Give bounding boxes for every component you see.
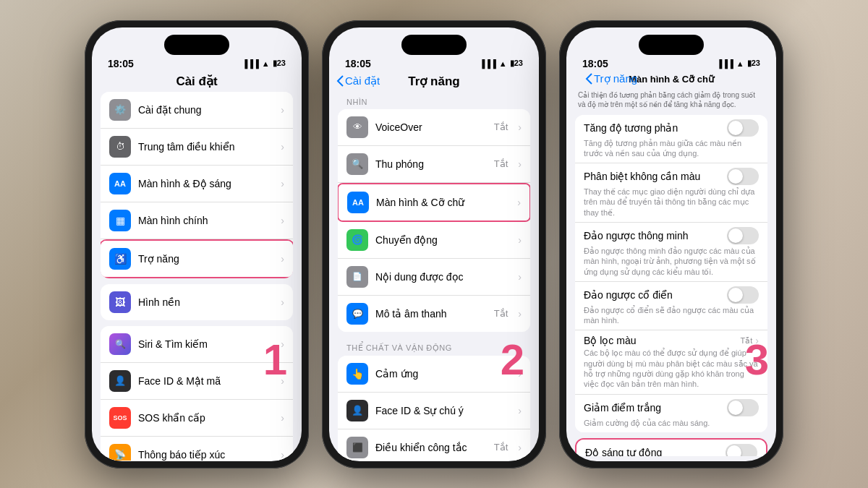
dynamic-island-3 (639, 35, 704, 55)
settings-item-display[interactable]: AA Màn hình & Độ sáng › (101, 166, 293, 202)
settings-item-motion[interactable]: 🌀 Chuyển động › (338, 222, 530, 259)
item-reduce-white[interactable]: Giảm điểm trắng Giảm cường độ của các mà… (575, 395, 767, 432)
status-bar-1: 18:05 ▐▐▐ ▲ ▮23 (92, 55, 302, 69)
wifi-icon-3: ▲ (736, 59, 744, 68)
toggle-smart-invert[interactable] (727, 227, 759, 244)
faceid-icon: 👤 (109, 370, 131, 392)
nav-title-1: Cài đặt (176, 74, 217, 89)
wallpaper-label: Hình nền (138, 296, 273, 308)
touch-icon: 👆 (346, 363, 368, 385)
back-button-2[interactable]: Cài đặt (336, 74, 380, 87)
smart-invert-title: Đảo ngược thông minh (584, 230, 689, 241)
status-icons-2: ▐▐▐ ▲ ▮23 (479, 59, 523, 68)
item-auto-brightness[interactable]: Độ sáng tự động Tắt độ sáng tự động có t… (576, 440, 766, 456)
dynamic-island-2 (401, 35, 467, 55)
item-differentiate-color[interactable]: Phân biệt không cần màu Thay thế các mục… (575, 163, 767, 223)
classic-invert-title: Đảo ngược cổ điển (584, 289, 673, 301)
settings-item-faceid-attention[interactable]: 👤 Face ID & Sự chú ý › (338, 393, 530, 429)
sos-icon: SOS (109, 407, 131, 429)
chevron-spoken: › (518, 271, 522, 283)
home-icon: ▦ (109, 210, 131, 231)
settings-list-1[interactable]: ⚙️ Cài đặt chung › ⏱ Trung tâm điều khiể… (92, 92, 302, 461)
toggle-classic-invert[interactable] (727, 286, 759, 304)
step-number-3: 3 (745, 338, 769, 382)
settings-item-audio-desc[interactable]: 💬 Mô tả âm thanh Tắt › (338, 296, 530, 332)
settings-item-sos[interactable]: SOS SOS khẩn cấp › (101, 400, 293, 437)
toggle-diff-color[interactable] (727, 168, 759, 185)
chevron-audio-desc: › (518, 308, 522, 320)
settings-content-3[interactable]: Cải thiện đồ tương phản bằng cách giảm đ… (566, 87, 776, 456)
toggle-reduce-white[interactable] (727, 399, 759, 416)
toggle-increase-contrast[interactable] (727, 119, 759, 137)
settings-item-voiceover[interactable]: 👁 VoiceOver Tắt › (338, 109, 530, 146)
reduce-white-title: Giảm điểm trắng (584, 402, 661, 414)
faceid-att-icon: 👤 (346, 400, 368, 421)
phone-1-screen: 18:05 ▐▐▐ ▲ ▮23 Cài đặt ⚙️ Cài đặt chung… (92, 27, 302, 461)
settings-item-zoom[interactable]: 🔍 Thu phóng Tắt › (338, 146, 530, 183)
contact-label: Thông báo tiếp xúc (138, 449, 273, 461)
settings-item-home[interactable]: ▦ Màn hình chính › (101, 202, 293, 239)
switch-control-icon: ⬛ (346, 437, 368, 458)
time-2: 18:05 (345, 58, 371, 69)
switch-control-value: Tắt (494, 442, 509, 453)
item-smart-invert[interactable]: Đảo ngược thông minh Đảo ngược thông min… (575, 223, 767, 282)
item-increase-contrast[interactable]: Tăng độ tương phản Tăng độ tương phản mà… (575, 115, 767, 164)
diff-color-title: Phân biệt không cần màu (584, 171, 700, 182)
nav-bar-1: Cài đặt (92, 69, 302, 92)
section-label-nhin: NHÌN (329, 92, 539, 109)
settings-item-accessibility[interactable]: ♿ Trợ năng › (101, 241, 293, 277)
settings-group-2: 🖼 Hình nền › (101, 284, 293, 320)
nav-title-2: Trợ năng (408, 74, 459, 89)
battery-icon-1: ▮23 (273, 59, 286, 68)
item-classic-invert[interactable]: Đảo ngược cổ điển Đảo ngược cổ điển sẽ đ… (575, 282, 767, 331)
audio-desc-label: Mô tả âm thanh (375, 308, 487, 320)
back-button-3[interactable]: Trợ năng (585, 72, 637, 85)
settings-item-display-text[interactable]: AA Màn hình & Cỡ chữ › (339, 184, 529, 221)
chevron-wallpaper: › (281, 296, 284, 308)
color-filter-desc: Các bộ lọc màu có thể được sử dụng để gi… (584, 348, 759, 389)
chevron-general: › (281, 104, 284, 116)
voiceover-label: VoiceOver (375, 121, 487, 133)
settings-item-control-center[interactable]: ⏱ Trung tâm điều khiển › (101, 129, 293, 166)
settings-group-display: Tăng độ tương phản Tăng độ tương phản mà… (575, 115, 767, 432)
toggle-auto-brightness[interactable] (726, 444, 757, 456)
header-desc: Cải thiện đồ tương phản bằng cách giảm đ… (566, 87, 776, 115)
phone-2-screen: 18:05 ▐▐▐ ▲ ▮23 Cài đặt Trợ năng NHÌN (329, 27, 539, 461)
chevron-zoom: › (518, 158, 522, 170)
settings-item-spoken[interactable]: 📄 Nội dung được đọc › (338, 259, 530, 296)
control-center-icon: ⏱ (109, 136, 131, 158)
nav-bar-2: Cài đặt Trợ năng (329, 69, 539, 92)
settings-item-switch-control[interactable]: ⬛ Điều khiển công tắc Tắt › (338, 429, 530, 461)
settings-item-general[interactable]: ⚙️ Cài đặt chung › (101, 92, 293, 129)
chevron-faceid-att: › (518, 405, 522, 416)
status-bar-2: 18:05 ▐▐▐ ▲ ▮23 (329, 55, 539, 69)
status-icons-1: ▐▐▐ ▲ ▮23 (242, 59, 286, 68)
home-label: Màn hình chính (138, 215, 273, 226)
zoom-icon: 🔍 (346, 153, 368, 175)
settings-item-contact[interactable]: 📡 Thông báo tiếp xúc › (101, 437, 293, 461)
sos-label: SOS khẩn cấp (138, 412, 273, 424)
auto-brightness-title: Độ sáng tự động (585, 447, 662, 456)
settings-list-2[interactable]: NHÌN 👁 VoiceOver Tắt › 🔍 Thu phóng Tắt › (329, 92, 539, 461)
phone-3-screen: 18:05 ▐▐▐ ▲ ▮23 Trợ năng Màn hình & Cỡ c… (566, 27, 776, 461)
motion-label: Chuyển động (375, 234, 511, 246)
nav-bar-3: Trợ năng Màn hình & Cỡ chữ (566, 69, 776, 87)
step-number-2: 2 (501, 338, 524, 382)
chevron-voiceover: › (518, 121, 522, 133)
spoken-icon: 📄 (346, 266, 368, 288)
general-label: Cài đặt chung (138, 104, 273, 116)
back-label-3: Trợ năng (594, 72, 637, 85)
settings-item-wallpaper[interactable]: 🖼 Hình nền › (101, 284, 293, 320)
motion-icon: 🌀 (346, 229, 368, 251)
status-bar-3: 18:05 ▐▐▐ ▲ ▮23 (566, 55, 776, 69)
item-color-filter[interactable]: Bộ lọc màu Tắt › Các bộ lọc màu có thể đ… (575, 330, 767, 394)
wallpaper-icon: 🖼 (109, 291, 131, 313)
accessibility-label: Trợ năng (138, 253, 273, 265)
step-number-1: 1 (263, 338, 287, 382)
general-icon: ⚙️ (109, 99, 131, 121)
chevron-home: › (281, 215, 284, 226)
smart-invert-desc: Đảo ngược thông minh đảo ngược các màu c… (584, 246, 759, 277)
faceid-label: Face ID & Mật mã (138, 375, 273, 387)
time-1: 18:05 (108, 58, 134, 69)
status-icons-3: ▐▐▐ ▲ ▮23 (716, 59, 760, 68)
